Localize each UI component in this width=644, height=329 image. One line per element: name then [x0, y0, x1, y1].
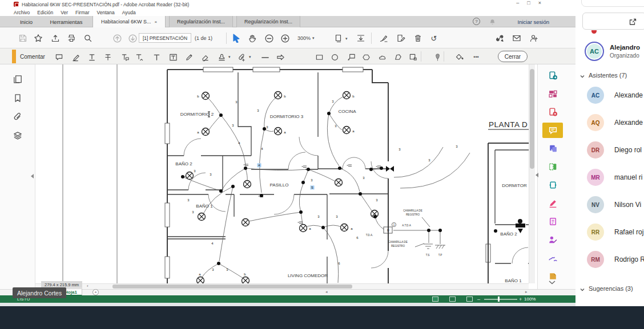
- compress-pdf-icon[interactable]: [542, 177, 563, 193]
- layers-icon[interactable]: [13, 131, 23, 141]
- attachments-icon[interactable]: [13, 112, 23, 122]
- link-share-icon[interactable]: [494, 33, 505, 44]
- certificates-icon[interactable]: [542, 250, 563, 266]
- suggestions-section-header[interactable]: Sugerencias (3): [580, 284, 633, 293]
- attendee-row[interactable]: NVNilson Vi: [587, 196, 641, 213]
- vertical-scrollbar[interactable]: [529, 64, 535, 283]
- next-page-icon[interactable]: [127, 33, 138, 44]
- page-layout-view-icon[interactable]: [449, 296, 456, 302]
- menu-ayuda[interactable]: Ayuda: [122, 10, 136, 15]
- sign-pen-icon[interactable]: [378, 33, 389, 44]
- hand-tool-icon[interactable]: [247, 33, 258, 44]
- attendee-row[interactable]: ACAlexande: [587, 87, 643, 104]
- callout-shape-icon[interactable]: [346, 52, 356, 62]
- zoom-in-excel-icon[interactable]: +: [519, 295, 522, 303]
- connected-lines-icon[interactable]: [408, 52, 418, 62]
- sticky-note-icon[interactable]: [54, 52, 64, 62]
- strikethrough-text-icon[interactable]: [103, 52, 113, 62]
- add-sheet-icon[interactable]: +: [92, 289, 99, 295]
- zoom-out-icon[interactable]: [263, 33, 275, 44]
- add-text-icon[interactable]: [151, 52, 162, 62]
- more-options-icon[interactable]: •••: [471, 52, 481, 62]
- maximize-button[interactable]: □: [527, 0, 530, 6]
- bell-icon[interactable]: [489, 18, 496, 26]
- excel-scroll-right-icon[interactable]: ▸: [525, 290, 528, 294]
- collapse-right-pane-icon[interactable]: [536, 173, 538, 177]
- close-tab-icon[interactable]: ×: [154, 19, 157, 25]
- underline-text-icon[interactable]: [87, 52, 97, 62]
- scan-ocr-icon[interactable]: [542, 214, 563, 229]
- page-break-view-icon[interactable]: [466, 296, 473, 302]
- chevron-down-icon[interactable]: ▾: [249, 55, 251, 59]
- document-canvas[interactable]: DORMITORIO 2DORMITORIO 3COCINABAÑO 2PASI…: [35, 64, 529, 283]
- fill-sign-icon[interactable]: [542, 196, 563, 211]
- collapse-left-pane-icon[interactable]: [31, 174, 34, 178]
- zoom-level-select[interactable]: 300%▾: [297, 33, 315, 43]
- menu-archivo[interactable]: Archivo: [14, 10, 30, 15]
- normal-view-icon[interactable]: [432, 296, 438, 302]
- line-shape-icon[interactable]: [260, 52, 270, 62]
- edit-page-icon[interactable]: [395, 33, 406, 44]
- add-person-icon[interactable]: [528, 33, 540, 44]
- combine-files-icon[interactable]: [542, 141, 563, 156]
- horizontal-scrollbar-thumb[interactable]: [112, 285, 352, 289]
- fit-width-icon[interactable]: [355, 33, 367, 44]
- attendees-section-header[interactable]: Asistentes (7): [580, 71, 627, 80]
- tab-inicio[interactable]: Inicio: [11, 16, 41, 27]
- page-number-field[interactable]: [139, 33, 191, 43]
- attendee-row[interactable]: MRmanuel ri: [587, 169, 642, 186]
- tab-document-2[interactable]: Regularización Inst...: [169, 16, 233, 27]
- menu-edicion[interactable]: Edición: [37, 10, 53, 15]
- minimize-button[interactable]: –: [516, 0, 519, 6]
- create-pdf-icon[interactable]: [542, 104, 563, 120]
- help-icon[interactable]: ?: [473, 18, 480, 25]
- attendee-row[interactable]: RMRodrigo R: [587, 251, 644, 268]
- insert-text-icon[interactable]: [134, 52, 144, 62]
- undo-icon[interactable]: ↺: [428, 33, 440, 44]
- print-icon[interactable]: [66, 33, 77, 44]
- zoom-slider-knob[interactable]: [498, 296, 500, 302]
- share-upload-icon[interactable]: [50, 33, 61, 44]
- pencil-draw-icon[interactable]: [184, 52, 194, 62]
- replace-text-icon[interactable]: [120, 52, 130, 62]
- tab-document-3[interactable]: Regularización Inst...: [236, 16, 300, 27]
- vertical-scrollbar-thumb[interactable]: [530, 69, 534, 169]
- chevron-down-icon[interactable]: ▾: [228, 55, 231, 59]
- select-pointer-icon[interactable]: [231, 33, 242, 44]
- save-icon[interactable]: [17, 33, 29, 44]
- share-invite-button[interactable]: [582, 13, 644, 30]
- delete-trash-icon[interactable]: [412, 33, 424, 44]
- search-icon[interactable]: [82, 33, 94, 44]
- pin-icon[interactable]: [432, 52, 442, 62]
- zoom-in-icon[interactable]: [279, 33, 291, 44]
- text-box-icon[interactable]: [168, 52, 178, 62]
- export-pdf-icon[interactable]: [542, 68, 563, 83]
- hexagon-shape-icon[interactable]: [361, 52, 371, 62]
- organizer-avatar[interactable]: AC: [585, 42, 604, 61]
- zoom-out-excel-icon[interactable]: –: [477, 295, 480, 303]
- organize-pages-icon[interactable]: [542, 86, 563, 101]
- star-icon[interactable]: [33, 33, 44, 44]
- bookmarks-icon[interactable]: [13, 93, 23, 103]
- fill-color-icon[interactable]: [454, 52, 464, 62]
- menu-firmar[interactable]: Firmar: [75, 10, 90, 15]
- edit-pdf-icon[interactable]: [542, 159, 563, 174]
- mail-icon[interactable]: [511, 33, 522, 44]
- polygon-shape-icon[interactable]: [393, 52, 403, 62]
- highlight-icon[interactable]: [71, 52, 81, 62]
- tab-document-active[interactable]: Habitacional 6KW S... ×: [92, 16, 166, 27]
- rectangle-shape-icon[interactable]: [314, 52, 324, 62]
- attendee-row[interactable]: RRRafael roj: [587, 224, 643, 241]
- eraser-icon[interactable]: [200, 52, 210, 62]
- attendee-row[interactable]: AQAlexande: [587, 114, 643, 131]
- cloud-shape-icon[interactable]: [377, 52, 388, 62]
- chevron-down-icon[interactable]: ▾: [345, 36, 348, 41]
- excel-scroll-left-icon[interactable]: ◂: [325, 290, 328, 294]
- scroll-left-icon[interactable]: ‹: [87, 283, 88, 289]
- close-comment-button[interactable]: Cerrar: [498, 51, 528, 62]
- comment-tool-icon[interactable]: [542, 123, 563, 138]
- menu-ver[interactable]: Ver: [61, 10, 68, 15]
- arrow-shape-icon[interactable]: [275, 52, 285, 62]
- close-button[interactable]: ×: [538, 0, 541, 6]
- horizontal-scrollbar[interactable]: ‹: [35, 283, 529, 289]
